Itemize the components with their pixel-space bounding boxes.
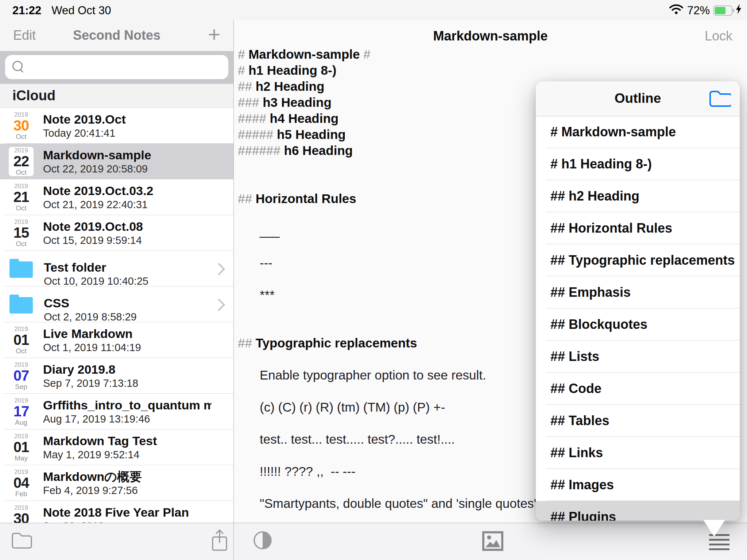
sidebar-nav-bar: Edit Second Notes + <box>0 20 233 51</box>
note-title: Grffiths_intro_to_quantum m... <box>43 397 212 413</box>
note-title: Note 2019.Oct.03.2 <box>43 183 212 198</box>
outline-item[interactable]: ## Images <box>536 469 740 501</box>
image-icon[interactable] <box>482 531 503 552</box>
note-title: Note 2019.Oct.08 <box>43 219 212 234</box>
outline-item[interactable]: ## Blockquotes <box>536 308 740 341</box>
editor-line: # h1 Heading 8-) <box>234 62 747 78</box>
sidebar-title: Second Notes <box>0 28 233 43</box>
note-list-item[interactable]: 201907Sep Diary 2019.8 Sep 7, 2019 7:13:… <box>0 358 233 394</box>
status-bar: 21:22 Wed Oct 30 72% <box>0 0 747 20</box>
battery-icon <box>713 5 732 16</box>
lock-button[interactable]: Lock <box>705 28 732 44</box>
note-list-item[interactable]: 201930Jan Note 2018 Five Year Plan Jan 3… <box>0 501 233 523</box>
document-title: Markdown-sample <box>234 28 747 44</box>
note-list-item[interactable]: 201917Aug Grffiths_intro_to_quantum m...… <box>0 394 233 429</box>
outline-item-label: ## h2 Heading <box>550 188 639 203</box>
note-title: Markdown Tag Test <box>43 433 212 448</box>
notes-list: 201930Oct Note 2019.Oct Today 20:41:41 2… <box>0 108 233 523</box>
search-field[interactable] <box>5 55 228 79</box>
calendar-date-icon: 201917Aug <box>9 397 34 426</box>
note-title: Markdownの概要 <box>43 469 212 484</box>
note-title: Test folder <box>44 260 212 275</box>
folder-icon <box>9 259 33 278</box>
outline-item-label: ## Images <box>550 477 614 492</box>
outline-item[interactable]: ## Code <box>536 373 740 405</box>
calendar-date-icon: 201904Feb <box>9 468 34 498</box>
note-list-item[interactable]: 201922Oct Markdown-sample Oct 22, 2019 2… <box>0 144 233 179</box>
outline-item-label: ## Tables <box>550 413 609 428</box>
note-list-item[interactable]: 201915Oct Note 2019.Oct.08 Oct 15, 2019 … <box>0 215 233 251</box>
outline-popover: Outline # Markdown-sample # h1 Heading 8… <box>536 81 740 521</box>
note-date: Oct 21, 2019 22:40:31 <box>43 198 212 211</box>
outline-item-label: ## Emphasis <box>550 285 631 300</box>
outline-item-label: ## Plugins <box>550 509 616 521</box>
search-input[interactable] <box>28 57 222 77</box>
outline-header: Outline <box>536 81 740 116</box>
folder-icon <box>9 295 33 314</box>
note-date: Aug 17, 2019 13:19:46 <box>43 413 212 425</box>
note-date: Oct 15, 2019 9:59:14 <box>43 234 212 247</box>
calendar-date-icon: 201930Jan <box>9 504 34 523</box>
outline-item-label: ## Typographic replacements <box>550 253 735 268</box>
calendar-date-icon: 201921Oct <box>9 183 34 212</box>
outline-item-label: ## Lists <box>550 349 599 364</box>
outline-item[interactable]: # Markdown-sample <box>536 116 740 148</box>
note-date: Oct 1, 2019 11:04:19 <box>43 341 212 354</box>
note-list-item[interactable]: 201904Feb Markdownの概要 Feb 4, 2019 9:27:5… <box>0 465 233 501</box>
note-list-item[interactable]: 201930Oct Note 2019.Oct Today 20:41:41 <box>0 108 233 144</box>
note-list-item[interactable]: 201901Oct Live Markdown Oct 1, 2019 11:0… <box>0 322 233 358</box>
folder-icon[interactable] <box>11 531 32 550</box>
note-date: Oct 10, 2019 10:40:25 <box>44 275 212 288</box>
share-icon[interactable] <box>211 529 228 553</box>
outline-item[interactable]: # h1 Heading 8-) <box>536 148 740 180</box>
note-title: Markdown-sample <box>43 147 212 163</box>
outline-item-label: ## Horizontal Rules <box>550 221 672 236</box>
calendar-date-icon: 201901May <box>9 433 34 462</box>
outline-item[interactable]: ## Typographic replacements <box>536 244 740 276</box>
outline-item[interactable]: ## Lists <box>536 341 740 373</box>
note-date: Oct 2, 2019 8:58:29 <box>44 311 212 323</box>
chevron-right-icon <box>213 299 225 311</box>
bottom-toolbar <box>0 523 747 560</box>
battery-percent: 72% <box>687 4 710 17</box>
contrast-icon[interactable] <box>253 530 272 552</box>
outline-item[interactable]: ## Horizontal Rules <box>536 212 740 244</box>
calendar-date-icon: 201915Oct <box>9 218 34 248</box>
outline-item[interactable]: ## h2 Heading <box>536 180 740 212</box>
outline-item[interactable]: ## Emphasis <box>536 276 740 308</box>
note-title: Live Markdown <box>43 326 212 341</box>
pane-divider <box>233 20 234 560</box>
calendar-date-icon: 201907Sep <box>9 361 34 390</box>
note-list-item[interactable]: CSS Oct 2, 2019 8:58:29 <box>0 287 233 322</box>
note-date: Oct 22, 2019 20:58:09 <box>43 163 212 175</box>
note-date: Today 20:41:41 <box>43 127 212 140</box>
section-header-icloud: iCloud <box>0 84 233 108</box>
outline-folder-icon[interactable] <box>708 89 731 108</box>
note-title: Note 2019.Oct <box>43 112 212 127</box>
status-date: Wed Oct 30 <box>51 4 111 17</box>
outline-list: # Markdown-sample # h1 Heading 8-) ## h2… <box>536 116 740 521</box>
note-title: CSS <box>44 295 212 311</box>
search-bar-area <box>0 51 233 84</box>
outline-item[interactable]: ## Plugins <box>536 501 740 521</box>
lines-menu-icon[interactable] <box>709 534 729 553</box>
search-icon <box>12 61 25 73</box>
outline-item-label: ## Links <box>550 445 603 460</box>
note-list-item[interactable]: Test folder Oct 10, 2019 10:40:25 <box>0 251 233 287</box>
calendar-date-icon: 201930Oct <box>9 111 34 140</box>
add-note-button[interactable]: + <box>208 23 220 46</box>
note-list-item[interactable]: 201901May Markdown Tag Test May 1, 2019 … <box>0 429 233 465</box>
charging-bolt-icon <box>736 4 742 17</box>
notes-app-window: 21:22 Wed Oct 30 72% Edit <box>0 0 747 560</box>
outline-item[interactable]: ## Links <box>536 437 740 469</box>
note-list-item[interactable]: 201921Oct Note 2019.Oct.03.2 Oct 21, 201… <box>0 179 233 215</box>
note-title: Diary 2019.8 <box>43 362 212 377</box>
status-time: 21:22 <box>12 4 41 17</box>
outline-item-label: # h1 Heading 8-) <box>550 156 652 171</box>
wifi-icon <box>669 4 684 18</box>
outline-item-label: ## Code <box>550 381 601 396</box>
outline-item[interactable]: ## Tables <box>536 405 740 437</box>
note-date: Feb 4, 2019 9:27:56 <box>43 484 212 497</box>
note-date: Sep 7, 2019 7:13:18 <box>43 377 212 390</box>
calendar-date-icon: 201901Oct <box>9 326 34 355</box>
